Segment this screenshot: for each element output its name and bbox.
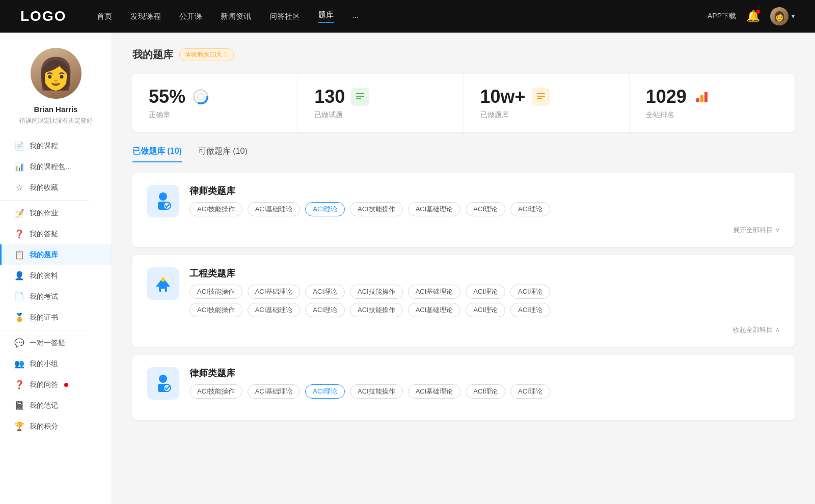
- svg-rect-10: [537, 98, 542, 99]
- sidebar-user-avatar: 👩: [31, 48, 82, 99]
- nav-discover[interactable]: 发现课程: [130, 12, 161, 21]
- tag-eng-basic-1[interactable]: ACI基础理论: [248, 285, 301, 299]
- my-notes-icon: 📓: [14, 401, 24, 410]
- sidebar-item-my-cert[interactable]: 🏅 我的证书: [0, 307, 112, 328]
- qbank-card-engineering: 工程类题库 ACI技能操作 ACI基础理论 ACI理论 ACI技能操作 ACI基…: [132, 255, 795, 347]
- avatar-placeholder: 👩: [770, 7, 789, 25]
- sidebar-item-my-points[interactable]: 🏆 我的积分: [0, 416, 112, 437]
- nav-more[interactable]: ···: [352, 12, 359, 21]
- list-green-svg: [352, 89, 368, 104]
- tag-eng-theory-4[interactable]: ACI理论: [305, 303, 345, 317]
- tag-eng-basic-4[interactable]: ACI基础理论: [408, 303, 461, 317]
- svg-point-19: [161, 277, 165, 282]
- tag-eng-theory-3[interactable]: ACI理论: [510, 285, 550, 299]
- sidebar-menu: 📄 我的课程 📊 我的课程包... ☆ 我的收藏 📝 我的作业 ❓ 我的答疑: [0, 135, 112, 437]
- svg-rect-11: [696, 98, 699, 102]
- sidebar-item-my-group[interactable]: 👥 我的小组: [0, 353, 112, 374]
- qbank-name-1: 律师类题库: [189, 185, 550, 197]
- tag-aci-basic-1[interactable]: ACI基础理论: [248, 202, 301, 216]
- sidebar-item-label: 我的笔记: [30, 401, 58, 410]
- sidebar-item-my-favorites[interactable]: ☆ 我的收藏: [0, 177, 112, 198]
- my-qa-icon: ❓: [14, 380, 24, 389]
- my-points-icon: 🏆: [14, 422, 24, 431]
- sidebar-item-my-questions[interactable]: ❓ 我的答疑: [0, 223, 112, 244]
- tag-eng-skill-4[interactable]: ACI技能操作: [350, 303, 403, 317]
- nav-news[interactable]: 新闻资讯: [221, 12, 251, 21]
- tag-eng-theory-1[interactable]: ACI理论: [305, 285, 345, 299]
- stat-questions-done: 130 已做试题: [298, 74, 464, 132]
- sidebar: 👩 Brian Harris 错误的决定比没有决定要好 📄 我的课程 📊 我的课…: [0, 33, 112, 504]
- sidebar-item-one-on-one[interactable]: 💬 一对一答疑: [0, 332, 112, 353]
- stat-banks-done: 10w+ 已做题库: [464, 74, 630, 132]
- tag-aci-theory-2[interactable]: ACI理论: [466, 202, 505, 216]
- sidebar-item-label: 我的证书: [30, 313, 58, 322]
- tag-aci-theory-1[interactable]: ACI理论: [305, 202, 345, 216]
- logo: LOGO: [20, 8, 66, 24]
- sidebar-item-my-course-packages[interactable]: 📊 我的课程包...: [0, 156, 112, 177]
- sidebar-item-my-exam[interactable]: 📄 我的考试: [0, 286, 112, 307]
- tag-eng-skill-3[interactable]: ACI技能操作: [189, 303, 242, 317]
- tag-eng-skill-1[interactable]: ACI技能操作: [189, 285, 242, 299]
- tag-aci-skill-2[interactable]: ACI技能操作: [350, 202, 403, 216]
- tag-eng-basic-3[interactable]: ACI基础理论: [248, 303, 301, 317]
- tag-eng-skill-2[interactable]: ACI技能操作: [350, 285, 403, 299]
- stat-accuracy-label: 正确率: [149, 110, 281, 120]
- tab-done-banks[interactable]: 已做题库 (10): [132, 146, 182, 162]
- nav-qa[interactable]: 问答社区: [269, 12, 300, 21]
- tag-law2-basic-1[interactable]: ACI基础理论: [248, 384, 301, 399]
- collapse-link-2[interactable]: 收起全部科目 ∧: [147, 325, 780, 334]
- notification-bell[interactable]: 🔔: [746, 10, 760, 23]
- tag-aci-basic-2[interactable]: ACI基础理论: [408, 202, 461, 216]
- tag-eng-theory-5[interactable]: ACI理论: [466, 303, 505, 317]
- sidebar-item-my-notes[interactable]: 📓 我的笔记: [0, 395, 112, 416]
- tag-aci-theory-3[interactable]: ACI理论: [510, 202, 550, 216]
- bar-chart-red-svg: [694, 89, 710, 104]
- my-course-packages-icon: 📊: [14, 162, 24, 172]
- tag-law2-theory-1[interactable]: ACI理论: [305, 384, 345, 399]
- sidebar-item-my-courses[interactable]: 📄 我的课程: [0, 135, 112, 156]
- nav-qbank[interactable]: 题库: [318, 10, 334, 23]
- qa-badge-dot: [64, 383, 68, 387]
- stat-accuracy: 55% 正确率: [132, 74, 298, 132]
- my-questions-icon: ❓: [14, 229, 24, 239]
- stat-questions-value: 130: [314, 86, 345, 107]
- sidebar-item-label: 我的考试: [30, 292, 58, 301]
- tag-eng-basic-2[interactable]: ACI基础理论: [408, 285, 461, 299]
- svg-rect-13: [704, 92, 708, 102]
- tag-aci-skill-1[interactable]: ACI技能操作: [189, 202, 242, 216]
- sidebar-item-my-qa[interactable]: ❓ 我的问答: [0, 374, 112, 395]
- tag-law2-skill-2[interactable]: ACI技能操作: [350, 384, 403, 399]
- tag-eng-theory-2[interactable]: ACI理论: [466, 285, 505, 299]
- tag-law2-theory-3[interactable]: ACI理论: [510, 384, 550, 399]
- tag-law2-skill-1[interactable]: ACI技能操作: [189, 384, 242, 399]
- accuracy-pie-svg: [192, 88, 209, 105]
- app-download-link[interactable]: APP下载: [708, 12, 736, 21]
- qbank-icon-engineering: [147, 267, 179, 300]
- sidebar-item-my-qbank[interactable]: 📋 我的题库: [0, 244, 112, 265]
- stat-ranking-value: 1029: [646, 86, 687, 107]
- nav-open-course[interactable]: 公开课: [179, 12, 202, 21]
- sidebar-item-label: 我的积分: [30, 422, 58, 431]
- sidebar-user-motto: 错误的决定比没有决定要好: [11, 117, 101, 125]
- user-avatar-wrapper[interactable]: 👩 ▾: [770, 7, 795, 25]
- qbank-card-lawyer-1: 律师类题库 ACI技能操作 ACI基础理论 ACI理论 ACI技能操作 ACI基…: [132, 173, 795, 247]
- page-title: 我的题库: [132, 48, 173, 62]
- main-content: 我的题库 体验剩余23天！ 55% 正确率: [112, 33, 815, 504]
- nav-home[interactable]: 首页: [97, 12, 112, 21]
- tag-law2-basic-2[interactable]: ACI基础理论: [408, 384, 461, 399]
- tag-law2-theory-2[interactable]: ACI理论: [466, 384, 505, 399]
- sidebar-item-my-profile[interactable]: 👤 我的资料: [0, 265, 112, 286]
- chevron-down-icon: ▾: [792, 13, 795, 20]
- tag-eng-theory-6[interactable]: ACI理论: [510, 303, 550, 317]
- sidebar-item-label: 我的课程包...: [30, 162, 71, 172]
- expand-link-1[interactable]: 展开全部科目 ∨: [147, 226, 780, 235]
- qbank-info-3: 律师类题库 ACI技能操作 ACI基础理论 ACI理论 ACI技能操作 ACI基…: [189, 367, 550, 399]
- sidebar-item-label: 我的答疑: [30, 230, 58, 239]
- qbank-card-header-3: 律师类题库 ACI技能操作 ACI基础理论 ACI理论 ACI技能操作 ACI基…: [147, 367, 780, 400]
- tab-available-banks[interactable]: 可做题库 (10): [198, 146, 248, 162]
- qbank-card-lawyer-2: 律师类题库 ACI技能操作 ACI基础理论 ACI理论 ACI技能操作 ACI基…: [132, 355, 795, 420]
- sidebar-item-my-homework[interactable]: 📝 我的作业: [0, 203, 112, 223]
- my-exam-icon: 📄: [14, 292, 24, 301]
- qbank-icon-lawyer-1: [147, 185, 179, 217]
- stat-banks-value: 10w+: [480, 86, 526, 107]
